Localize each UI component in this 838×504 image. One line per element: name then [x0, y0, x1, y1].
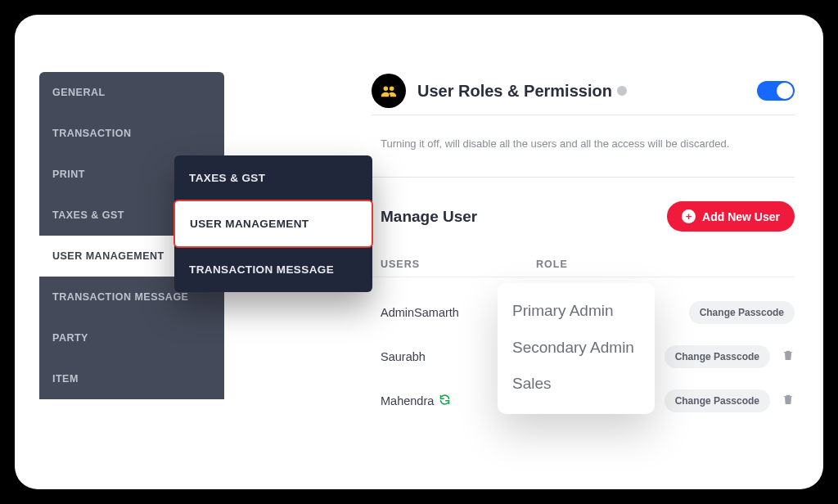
change-passcode-button[interactable]: Change Passcode: [665, 345, 770, 368]
divider: [372, 277, 795, 277]
users-group-icon: [372, 74, 406, 108]
user-name: Saurabh: [381, 350, 426, 363]
sidebar-item-transaction[interactable]: TRANSACTION: [39, 113, 224, 154]
popout-item-transaction-message[interactable]: TRANSACTION MESSAGE: [174, 247, 372, 292]
delete-user-icon[interactable]: [782, 349, 795, 365]
popout-item-user-management[interactable]: USER MANAGEMENT: [173, 200, 373, 248]
popout-item-label: TAXES & GST: [189, 172, 265, 184]
page-title: User Roles & Permission: [417, 82, 757, 101]
page-title-text: User Roles & Permission: [417, 82, 612, 101]
change-passcode-button[interactable]: Change Passcode: [665, 389, 770, 412]
settings-sidebar-popout: TAXES & GST USER MANAGEMENT TRANSACTION …: [174, 155, 372, 292]
sidebar-item-label: TRANSACTION MESSAGE: [52, 291, 188, 303]
user-name: Mahendra: [381, 394, 434, 407]
role-dropdown: Primary Admin Secondary Admin Sales: [498, 283, 655, 414]
pill-label: Change Passcode: [675, 395, 759, 407]
sidebar-item-label: ITEM: [52, 373, 79, 385]
app-canvas: GENERAL TRANSACTION PRINT TAXES & GST US…: [15, 15, 823, 489]
delete-user-icon[interactable]: [782, 393, 795, 409]
manage-user-title: Manage User: [381, 208, 477, 226]
svg-point-1: [390, 87, 394, 92]
users-table-header: USERS ROLE: [381, 259, 795, 270]
divider: [372, 115, 795, 115]
plus-icon: +: [682, 209, 696, 223]
sidebar-item-label: TRANSACTION: [52, 128, 131, 139]
column-header-role: ROLE: [536, 259, 683, 270]
column-header-users: USERS: [381, 259, 536, 270]
role-option-secondary-admin[interactable]: Secondary Admin: [511, 330, 642, 367]
sync-icon: [439, 394, 451, 409]
sidebar-item-party[interactable]: PARTY: [39, 317, 224, 358]
popout-item-label: TRANSACTION MESSAGE: [189, 263, 334, 276]
sidebar-item-label: USER MANAGEMENT: [52, 250, 164, 262]
role-option-primary-admin[interactable]: Primary Admin: [511, 293, 642, 330]
info-icon[interactable]: [617, 86, 627, 96]
popout-item-label: USER MANAGEMENT: [190, 218, 309, 230]
divider: [372, 177, 795, 178]
role-option-label: Secondary Admin: [512, 339, 634, 356]
user-name: AdminSamarth: [381, 306, 459, 319]
feature-toggle[interactable]: [757, 81, 795, 101]
sidebar-item-label: GENERAL: [52, 87, 106, 98]
pill-label: Change Passcode: [700, 307, 784, 318]
add-new-user-button[interactable]: + Add New User: [667, 201, 795, 232]
role-option-sales[interactable]: Sales: [511, 366, 642, 403]
role-option-label: Primary Admin: [512, 302, 614, 319]
pill-label: Change Passcode: [675, 351, 759, 362]
change-passcode-button[interactable]: Change Passcode: [689, 301, 795, 324]
manage-user-row: Manage User + Add New User: [381, 201, 795, 232]
sidebar-item-label: PARTY: [52, 332, 88, 344]
add-new-user-label: Add New User: [702, 210, 780, 223]
sidebar-item-item[interactable]: ITEM: [39, 358, 224, 399]
sidebar-item-general[interactable]: GENERAL: [39, 72, 224, 113]
svg-point-0: [384, 87, 389, 92]
sidebar-item-label: TAXES & GST: [52, 209, 124, 221]
popout-item-taxes-gst[interactable]: TAXES & GST: [174, 155, 372, 200]
role-option-label: Sales: [512, 375, 552, 392]
sidebar-item-label: PRINT: [52, 169, 85, 180]
help-text: Turning it off, will disable all the use…: [381, 137, 786, 150]
header-row: User Roles & Permission: [372, 74, 795, 108]
